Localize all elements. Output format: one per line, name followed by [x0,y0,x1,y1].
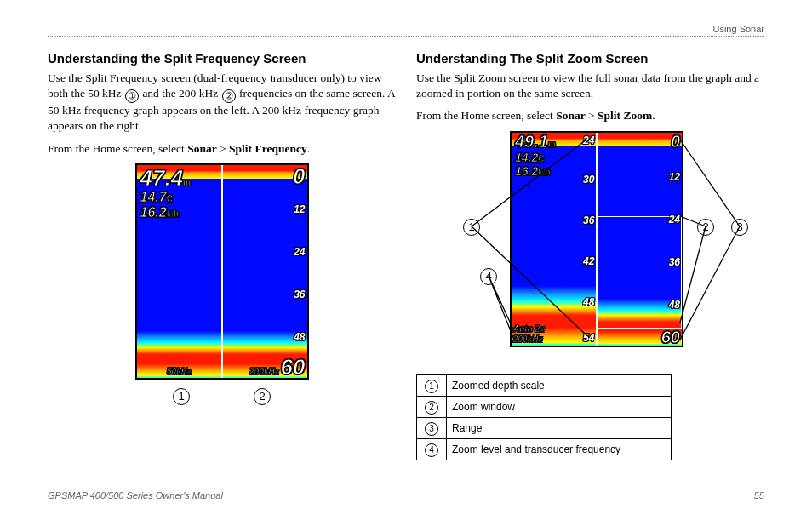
left-figure: 47.4m 14.7C 16.2k/h 0 12 24 36 48 60 50k… [48,163,396,405]
temp-unit: C [167,194,173,203]
depth-reading: 49.1m [515,133,556,150]
section-breadcrumb: Using Sonar [712,24,764,34]
right-paragraph: Use the Split Zoom screen to view the fu… [416,71,764,101]
zoom-window-box [597,216,682,329]
callout-number: 2 [697,219,714,236]
depth-tick: 12 [294,203,305,215]
callout-1: 1 [462,217,481,236]
callout-number: 1 [463,219,480,236]
text: From the Home screen, select [48,142,187,155]
temp-reading: 14.2C [515,152,544,163]
text: and the 200 kHz [140,87,221,100]
transducer-freq-label: 200kHz [513,335,542,344]
legend-table: 1 Zoomed depth scale 2 Zoom window 3 Ran… [416,374,672,460]
depth-tick: 12 [669,171,680,183]
legend-text: Zoom window [447,396,672,417]
right-section-title: Understanding The Split Zoom Screen [416,51,764,66]
left-column: Understanding the Split Frequency Screen… [48,48,396,460]
legend-text: Zoom level and transducer frequency [447,438,672,460]
legend-circ: 1 [425,380,438,393]
page-footer: GPSMAP 400/500 Series Owner's Manual 55 [48,490,764,500]
left-bottom-tick: 54 [583,332,594,344]
split-zoom-screenshot: 49.1m 14.2C 16.2k/h 24 30 36 42 48 54 0 … [510,131,683,347]
speed-unit: k/h [538,168,550,177]
menu-sonar: Sonar [187,142,217,155]
callout-4: 4 [479,266,498,285]
callout-2: 2 [696,217,715,236]
callout-2: 2 [254,388,271,405]
callout-number: 4 [480,268,497,285]
legend-text: Zoomed depth scale [447,374,672,396]
legend-text: Range [447,417,672,438]
footer-manual-title: GPSMAP 400/500 Series Owner's Manual [48,490,223,500]
right-nav-path: From the Home screen, select Sonar > Spl… [416,108,764,123]
depth-tick: 48 [294,331,305,343]
depth-tick: 36 [669,256,680,268]
legend-number: 4 [417,438,447,460]
depth-tick: 24 [294,246,305,258]
legend-circ: 2 [425,401,438,415]
speed-unit: k/h [167,209,179,219]
left-paragraph: Use the Split Frequency screen (dual-fre… [48,71,396,134]
depth-unit: m [183,178,191,187]
left-tick: 36 [583,214,594,226]
legend-circ: 4 [425,443,438,457]
range-top: 0 [293,165,305,187]
left-section-title: Understanding the Split Frequency Screen [48,51,396,66]
left-nav-path: From the Home screen, select Sonar > Spl… [48,141,396,157]
left-top-tick: 24 [583,134,594,146]
pane-divider [221,165,223,378]
text: From the Home screen, select [416,109,556,122]
speed-value: 16.2 [140,205,167,220]
left-tick: 42 [583,255,594,267]
temp-reading: 14.7C [140,191,173,204]
range-bottom: 60 [281,356,306,378]
right-figure: 49.1m 14.2C 16.2k/h 24 30 36 42 48 54 0 … [416,131,764,369]
left-figure-callouts: 1 2 [48,386,396,405]
callout-number: 3 [731,219,748,236]
zoom-right-pane [597,133,682,346]
inline-callout-2: ➁ [222,89,236,103]
callout-3: 3 [730,217,749,236]
depth-tick: 24 [669,214,680,226]
left-tick: 30 [583,174,594,186]
sonar-200khz-pane [222,165,307,378]
text: . [652,109,655,122]
manual-page: Using Sonar Understanding the Split Freq… [0,0,812,526]
right-freq-label: 200kHz [249,368,278,376]
text: . [307,142,310,155]
callout-1: 1 [173,388,190,405]
legend-number: 3 [417,417,447,438]
depth-tick: 36 [294,289,305,300]
depth-unit: m [548,140,556,149]
temp-value: 14.7 [140,190,167,204]
left-tick: 48 [583,296,594,308]
depth-value: 49.1 [515,132,548,151]
range-bottom: 60 [661,329,680,346]
legend-number: 1 [417,374,447,396]
two-column-layout: Understanding the Split Frequency Screen… [48,48,764,460]
temp-unit: C [538,154,544,163]
speed-value: 16.2 [515,164,538,178]
menu-sonar: Sonar [556,109,586,122]
left-freq-label: 50kHz [167,368,192,376]
legend-circ: 3 [425,422,438,436]
inline-callout-1: ➀ [125,89,139,103]
menu-split-zoom: Split Zoom [598,109,652,122]
depth-reading: 47.4m [140,167,192,189]
range-top: 0 [671,133,680,150]
speed-reading: 16.2k/h [140,206,180,220]
table-row: 4 Zoom level and transducer frequency [417,438,672,460]
header-rule [48,36,764,37]
zoom-level-label: Auto 2x [513,325,545,334]
table-row: 1 Zoomed depth scale [417,374,672,396]
legend-number: 2 [417,396,447,417]
table-row: 3 Range [417,417,672,438]
menu-split-frequency: Split Frequency [229,142,307,155]
table-row: 2 Zoom window [417,396,672,417]
text: > [586,109,598,122]
depth-tick: 48 [669,299,680,311]
footer-page-number: 55 [754,490,764,500]
split-frequency-screenshot: 47.4m 14.7C 16.2k/h 0 12 24 36 48 60 50k… [135,163,309,380]
right-column: Understanding The Split Zoom Screen Use … [416,48,764,460]
